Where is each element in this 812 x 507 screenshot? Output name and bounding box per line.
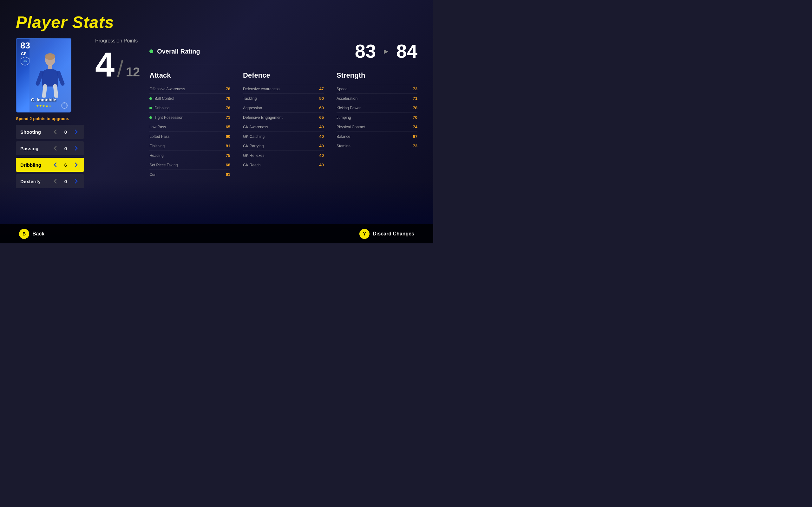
stat-dribbling-name-wrap: Dribbling — [149, 106, 169, 110]
stat-row-dexterity: Dexterity 0 — [16, 174, 84, 188]
stat-shooting-value: 0 — [62, 129, 69, 135]
svg-text:SS: SS — [23, 60, 27, 63]
stat-tackling-value: 50 — [319, 96, 324, 101]
dexterity-increase-btn[interactable] — [72, 177, 80, 185]
stat-def-engagement-value: 65 — [319, 115, 324, 120]
stat-kicking-power-name: Kicking Power — [337, 106, 361, 110]
stat-gk-reach: GK Reach 40 — [243, 160, 324, 170]
stat-defensive-awareness: Defensive Awareness 47 — [243, 84, 324, 94]
overall-current-value: 83 — [355, 42, 376, 61]
stat-gk-parrying: GK Parrying 40 — [243, 141, 324, 151]
stats-columns: Attack Offensive Awareness 78 Ball Contr… — [149, 71, 417, 234]
stat-heading: Heading 75 — [149, 151, 230, 160]
attack-title: Attack — [149, 71, 230, 79]
stat-gk-catching-value: 40 — [319, 134, 324, 139]
stat-acceleration: Acceleration 71 — [337, 94, 417, 103]
shooting-increase-btn[interactable] — [72, 128, 80, 135]
stat-aggression-name: Aggression — [243, 106, 262, 110]
stat-set-piece-taking: Set Piece Taking 68 — [149, 160, 230, 170]
overall-label: Overall Rating — [157, 48, 355, 55]
defence-column: Defence Defensive Awareness 47 Tackling … — [243, 71, 324, 234]
stat-dribbling-stat-name: Dribbling — [154, 106, 169, 110]
dribbling-increase-btn[interactable] — [72, 161, 80, 169]
progression-total: 12 — [126, 65, 140, 79]
card-position: CF — [21, 51, 26, 56]
stat-kicking-power: Kicking Power 78 — [337, 103, 417, 112]
stat-gk-awareness-name: GK Awareness — [243, 125, 268, 129]
progression-slash: / — [117, 56, 123, 81]
stat-def-engagement-name: Defensive Engagement — [243, 115, 283, 120]
stat-ball-control-name-wrap: Ball Control — [149, 96, 174, 101]
card-rating: 83 — [20, 41, 30, 50]
upgrade-hint: Spend 2 points to upgrade. — [16, 116, 69, 121]
dexterity-decrease-btn[interactable] — [52, 177, 59, 185]
stat-row-dribbling: Dribbling 6 — [16, 158, 84, 172]
stats-panel: Overall Rating 83 ► 84 Attack Offensive … — [149, 38, 417, 234]
stat-speed-value: 73 — [413, 87, 417, 91]
stat-gk-reach-name: GK Reach — [243, 163, 260, 167]
overall-new-value: 84 — [396, 42, 417, 61]
stat-ball-control-value: 76 — [226, 96, 230, 101]
stat-speed: Speed 73 — [337, 84, 417, 94]
stat-dribbling-value: 6 — [62, 162, 69, 168]
shooting-decrease-btn[interactable] — [52, 128, 59, 135]
stat-tackling-name: Tackling — [243, 96, 257, 101]
stat-tight-possession-name-wrap: Tight Possession — [149, 115, 183, 120]
stat-dribbling-controls: 6 — [52, 161, 80, 169]
dribbling-decrease-btn[interactable] — [52, 161, 59, 169]
overall-arrow-icon: ► — [382, 47, 390, 56]
stat-physical-contact: Physical Contact 74 — [337, 122, 417, 131]
stat-heading-value: 75 — [226, 153, 230, 158]
ball-control-dot — [149, 97, 152, 100]
stat-def-awareness-name: Defensive Awareness — [243, 87, 280, 91]
stat-set-piece-value: 68 — [226, 163, 230, 167]
stat-gk-awareness-value: 40 — [319, 124, 324, 129]
stat-jumping-name: Jumping — [337, 115, 351, 120]
stat-physical-contact-name: Physical Contact — [337, 125, 365, 129]
progression-current: 4 — [95, 47, 114, 82]
stat-ball-control-name: Ball Control — [154, 96, 174, 101]
stat-offensive-awareness-value: 78 — [226, 87, 230, 91]
stat-curl-name: Curl — [149, 172, 156, 177]
stat-passing-value: 0 — [62, 146, 69, 151]
stat-gk-reflexes-value: 40 — [319, 153, 324, 158]
stat-curl-value: 61 — [226, 172, 230, 177]
stat-dexterity-controls: 0 — [52, 177, 80, 185]
stat-balance-name: Balance — [337, 134, 350, 139]
stat-shooting-controls: 0 — [52, 128, 80, 135]
stat-low-pass-value: 65 — [226, 124, 230, 129]
stat-acceleration-value: 71 — [413, 96, 417, 101]
stat-offensive-awareness-name: Offensive Awareness — [149, 87, 185, 91]
defence-title: Defence — [243, 71, 324, 79]
stat-finishing-value: 81 — [226, 144, 230, 148]
stat-acceleration-name: Acceleration — [337, 96, 357, 101]
passing-decrease-btn[interactable] — [52, 145, 59, 152]
card-logo — [61, 102, 67, 109]
main-layout: 83 CF SS — [16, 38, 417, 234]
stat-low-pass-name: Low Pass — [149, 125, 166, 129]
stat-set-piece-name: Set Piece Taking — [149, 163, 177, 167]
stat-physical-contact-value: 74 — [413, 124, 417, 129]
left-panel: 83 CF SS — [16, 38, 86, 234]
stat-finishing-name: Finishing — [149, 144, 165, 148]
overall-rating-row: Overall Rating 83 ► 84 — [149, 38, 417, 65]
stat-gk-awareness: GK Awareness 40 — [243, 122, 324, 131]
stat-balance-value: 67 — [413, 134, 417, 139]
stat-speed-name: Speed — [337, 87, 348, 91]
stat-aggression-value: 60 — [319, 106, 324, 110]
stat-stamina-name: Stamina — [337, 144, 351, 148]
stat-dribbling-stat-value: 76 — [226, 106, 230, 110]
stat-defensive-engagement: Defensive Engagement 65 — [243, 112, 324, 122]
stat-ball-control: Ball Control 76 — [149, 94, 230, 103]
stat-row-passing: Passing 0 — [16, 141, 84, 155]
stat-row-shooting: Shooting 0 — [16, 125, 84, 139]
stat-low-pass: Low Pass 65 — [149, 122, 230, 131]
overall-indicator-dot — [149, 49, 153, 53]
stat-jumping-value: 70 — [413, 115, 417, 120]
stat-passing-label: Passing — [20, 146, 39, 151]
stat-curl: Curl 61 — [149, 170, 230, 179]
stat-tight-possession-name: Tight Possession — [154, 115, 183, 120]
stat-jumping: Jumping 70 — [337, 112, 417, 122]
progression-points-display: 4 / 12 — [95, 47, 140, 82]
passing-increase-btn[interactable] — [72, 145, 80, 152]
